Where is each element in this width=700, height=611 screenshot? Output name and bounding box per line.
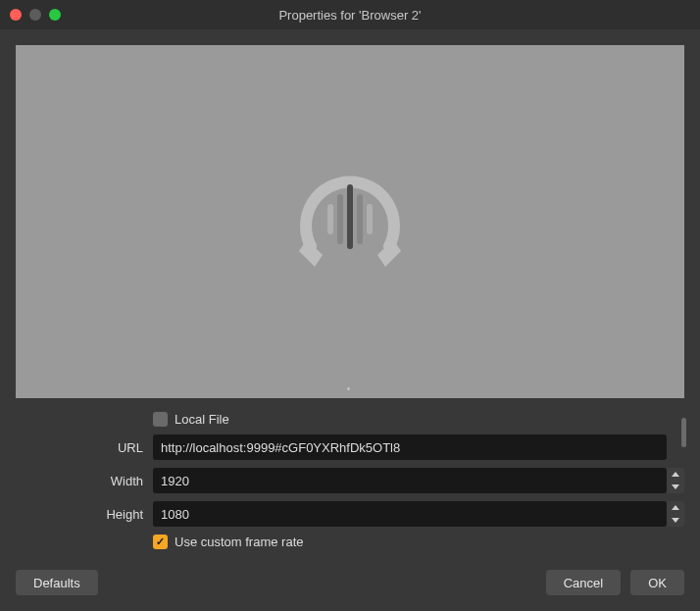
preview-area: • bbox=[16, 45, 684, 398]
width-stepper bbox=[667, 468, 684, 493]
scrollbar-thumb[interactable] bbox=[681, 418, 686, 447]
preview-pager: • bbox=[16, 383, 684, 394]
obs-logo-icon bbox=[281, 153, 419, 290]
height-label: Height bbox=[16, 507, 153, 522]
height-step-down[interactable] bbox=[667, 514, 684, 527]
chevron-down-icon bbox=[672, 484, 679, 489]
minimize-window-button[interactable] bbox=[29, 9, 41, 21]
window-title: Properties for 'Browser 2' bbox=[0, 8, 700, 23]
height-stepper bbox=[667, 501, 684, 527]
local-file-checkbox[interactable] bbox=[153, 412, 168, 427]
chevron-up-icon bbox=[672, 472, 679, 477]
titlebar: Properties for 'Browser 2' bbox=[0, 0, 700, 29]
url-label: URL bbox=[16, 440, 153, 455]
defaults-button[interactable]: Defaults bbox=[16, 570, 98, 595]
cancel-button[interactable]: Cancel bbox=[546, 570, 621, 595]
close-window-button[interactable] bbox=[10, 9, 22, 21]
properties-form: Local File URL Width bbox=[16, 412, 684, 549]
ok-button[interactable]: OK bbox=[630, 570, 684, 595]
width-input[interactable] bbox=[153, 468, 667, 493]
custom-frame-rate-label: Use custom frame rate bbox=[175, 535, 304, 549]
local-file-label: Local File bbox=[175, 412, 229, 427]
width-step-down[interactable] bbox=[667, 481, 684, 493]
width-step-up[interactable] bbox=[667, 468, 684, 481]
chevron-down-icon bbox=[672, 518, 679, 523]
maximize-window-button[interactable] bbox=[49, 9, 61, 21]
width-label: Width bbox=[16, 474, 153, 488]
height-input[interactable] bbox=[153, 501, 667, 527]
custom-frame-rate-checkbox[interactable]: ✓ bbox=[153, 535, 168, 549]
height-step-up[interactable] bbox=[667, 501, 684, 514]
dialog-footer: Defaults Cancel OK bbox=[16, 570, 684, 595]
window-controls bbox=[0, 9, 61, 21]
chevron-up-icon bbox=[672, 505, 679, 510]
url-input[interactable] bbox=[153, 434, 667, 460]
